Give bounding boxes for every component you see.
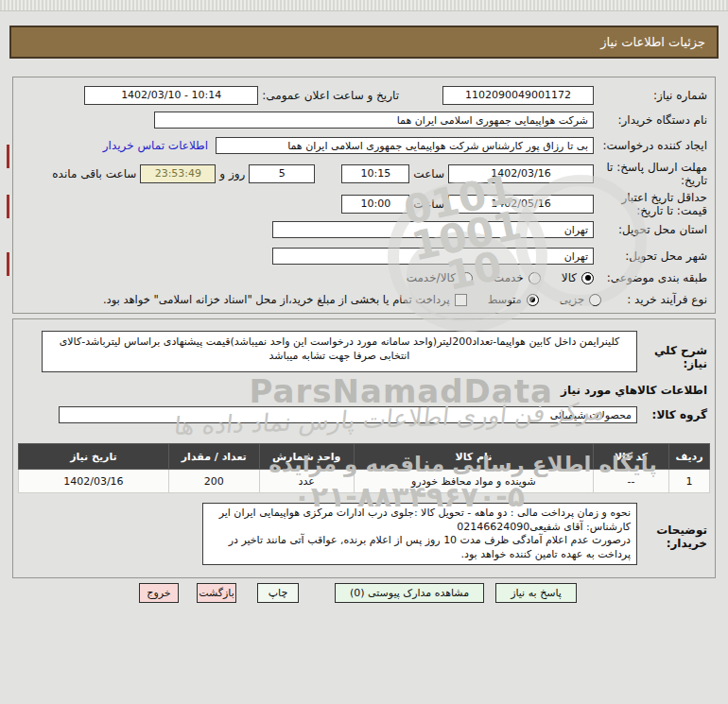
goods-table-row: 1 -- شوینده و مواد محافظ خودرو عدد 200 1… bbox=[19, 470, 710, 493]
city-row: شهر محل تحویل: تهران bbox=[21, 248, 707, 265]
red-edge-marker bbox=[7, 252, 9, 276]
page-top-texture bbox=[0, 0, 728, 11]
announce-datetime-label: تاریخ و ساعت اعلان عمومی: bbox=[262, 89, 399, 102]
province-row: استان محل تحویل: تهران bbox=[21, 221, 707, 238]
treasury-checkbox-label: پرداخت تمام یا بخشی از مبلغ خرید،از محل … bbox=[103, 293, 450, 306]
price-validity-label: حداقل تاریخ اعتبار قیمت: تا تاریخ: bbox=[594, 191, 707, 218]
buyer-notes-label: توضیحات خریدار: bbox=[637, 503, 707, 550]
price-validity-row: حداقل تاریخ اعتبار قیمت: تا تاریخ: 1402/… bbox=[21, 191, 707, 218]
goods-section-header: اطلاعات کالاهاي مورد نیاز bbox=[561, 384, 707, 397]
province-field[interactable]: تهران bbox=[272, 221, 594, 238]
red-edge-marker bbox=[7, 195, 9, 218]
goods-section-header-row: اطلاعات کالاهاي مورد نیاز bbox=[21, 384, 707, 397]
city-label: شهر محل تحویل: bbox=[594, 249, 707, 263]
response-deadline-row: مهلت ارسال پاسخ: تا تاریخ: 1402/03/16 سا… bbox=[21, 161, 707, 188]
need-number-row: شماره نیاز: 1102090049001172 تاریخ و ساع… bbox=[21, 86, 707, 105]
radio-service[interactable] bbox=[529, 272, 541, 284]
action-buttons: پاسخ به نیاز مشاهده مدارک پیوستی (0) چاپ… bbox=[139, 583, 577, 603]
need-number-label: شماره نیاز: bbox=[594, 89, 707, 102]
col-quantity: تعداد / مقدار bbox=[168, 444, 259, 470]
response-deadline-date-field[interactable]: 1402/03/16 bbox=[448, 164, 594, 183]
radio-partial-label: جزیی bbox=[560, 293, 584, 306]
announce-datetime-field[interactable]: 1402/03/10 - 10:14 bbox=[84, 86, 258, 105]
request-creator-row: ایجاد کننده درخواست: بی تا رزاق پور کارش… bbox=[21, 137, 707, 154]
province-label: استان محل تحویل: bbox=[594, 223, 707, 236]
radio-goods[interactable] bbox=[581, 272, 594, 284]
days-remaining-field: 5 bbox=[249, 164, 315, 183]
response-deadline-label: مهلت ارسال پاسخ: تا تاریخ: bbox=[594, 161, 707, 188]
days-label: روز و bbox=[219, 167, 245, 180]
radio-partial[interactable] bbox=[589, 294, 601, 306]
col-goods-name: نام کالا bbox=[354, 444, 594, 470]
cell-goods-name: شوینده و مواد محافظ خودرو bbox=[354, 470, 594, 493]
exit-button[interactable]: خروج bbox=[139, 583, 179, 603]
radio-medium[interactable] bbox=[527, 294, 539, 306]
page-title-text: جزئیات اطلاعات نیاز bbox=[600, 35, 705, 49]
radio-goods-label: کالا bbox=[562, 271, 577, 284]
col-need-date: تاریخ نیاز bbox=[19, 444, 169, 470]
goods-group-label: گروه کالا: bbox=[637, 408, 707, 421]
cell-quantity: 200 bbox=[168, 470, 259, 493]
back-button[interactable]: بازگشت bbox=[197, 583, 236, 603]
buyer-notes-field[interactable]: نحوه و زمان پرداخت مالی : دو ماهه - تحوی… bbox=[202, 503, 637, 565]
respond-to-need-button[interactable]: پاسخ به نیاز bbox=[495, 583, 577, 603]
goods-info-panel: شرح کلي نیاز: کلینرایمن داخل کابین هواپی… bbox=[12, 318, 716, 578]
need-description-row: شرح کلي نیاز: کلینرایمن داخل کابین هواپی… bbox=[21, 331, 707, 372]
radio-goods-service[interactable] bbox=[460, 272, 473, 284]
general-info-panel: شماره نیاز: 1102090049001172 تاریخ و ساع… bbox=[12, 77, 716, 314]
buyer-notes-row: توضیحات خریدار: نحوه و زمان پرداخت مالی … bbox=[21, 503, 707, 565]
cell-goods-code: -- bbox=[594, 470, 669, 493]
countdown-label: ساعت باقی مانده bbox=[52, 167, 136, 180]
buyer-contact-link[interactable]: اطلاعات تماس خریدار bbox=[103, 139, 208, 152]
classification-row: طبقه بندی موضوعی: کالا خدمت کالا/خدمت bbox=[21, 271, 707, 284]
page-title: جزئیات اطلاعات نیاز bbox=[9, 26, 719, 59]
col-count-unit: واحد شمارش bbox=[259, 444, 354, 470]
view-attachments-button[interactable]: مشاهده مدارک پیوستی (0) bbox=[335, 583, 484, 603]
cell-need-date: 1402/03/16 bbox=[19, 470, 169, 493]
goods-table: ردیف کد کالا نام کالا واحد شمارش تعداد /… bbox=[18, 443, 710, 493]
col-row-index: ردیف bbox=[669, 444, 710, 470]
purchase-process-row: نوع فرآیند خرید : جزیی متوسط پرداخت تمام… bbox=[21, 293, 707, 306]
hour-label: ساعت bbox=[413, 197, 444, 211]
radio-medium-label: متوسط bbox=[488, 293, 522, 306]
need-description-field[interactable]: کلینرایمن داخل کابین هواپیما-تعداد200لیت… bbox=[42, 331, 637, 372]
cell-count-unit: عدد bbox=[259, 470, 354, 493]
need-number-field[interactable]: 1102090049001172 bbox=[442, 86, 594, 105]
buyer-org-row: نام دستگاه خریدار: شرکت هواپیمایی جمهوری… bbox=[21, 112, 707, 129]
classification-label: طبقه بندی موضوعی: bbox=[594, 271, 707, 284]
need-details-page: جزئیات اطلاعات نیاز شماره نیاز: 11020900… bbox=[0, 0, 728, 704]
radio-goods-service-label: کالا/خدمت bbox=[407, 271, 456, 284]
buyer-org-field[interactable]: شرکت هواپیمایی جمهوری اسلامی ایران هما bbox=[154, 112, 594, 129]
response-deadline-time-field[interactable]: 10:15 bbox=[341, 164, 409, 183]
request-creator-label: ایجاد کننده درخواست: bbox=[594, 139, 707, 152]
goods-table-header-row: ردیف کد کالا نام کالا واحد شمارش تعداد /… bbox=[19, 444, 710, 470]
radio-service-label: خدمت bbox=[494, 271, 524, 284]
countdown-timer: 23:53:49 bbox=[140, 164, 216, 183]
price-validity-date-field[interactable]: 1402/05/16 bbox=[448, 195, 594, 214]
goods-group-field[interactable]: محصولات شیمیائی bbox=[59, 406, 637, 423]
cell-row-index: 1 bbox=[669, 470, 710, 493]
price-validity-time-field[interactable]: 10:00 bbox=[341, 195, 409, 214]
city-field[interactable]: تهران bbox=[272, 248, 594, 265]
print-button[interactable]: چاپ bbox=[257, 583, 299, 603]
col-goods-code: کد کالا bbox=[594, 444, 669, 470]
buyer-org-label: نام دستگاه خریدار: bbox=[594, 113, 707, 127]
hour-label: ساعت bbox=[413, 167, 444, 180]
goods-group-row: گروه کالا: محصولات شیمیائی bbox=[21, 406, 707, 423]
need-description-label: شرح کلي نیاز: bbox=[637, 331, 707, 370]
treasury-checkbox[interactable] bbox=[455, 294, 467, 306]
red-edge-marker bbox=[7, 145, 9, 168]
request-creator-field[interactable]: بی تا رزاق پور کارشناس شرکت هواپیمایی جم… bbox=[216, 137, 594, 154]
purchase-process-label: نوع فرآیند خرید : bbox=[601, 293, 707, 306]
